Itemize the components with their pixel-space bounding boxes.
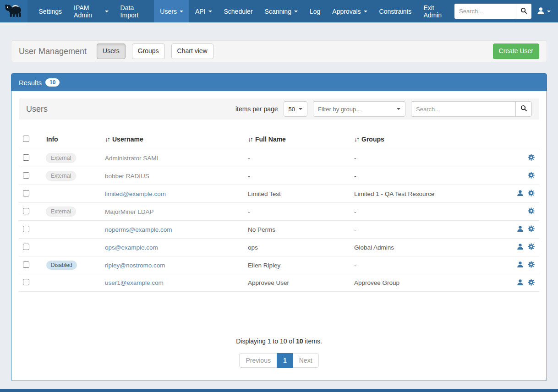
- user-settings-button[interactable]: [528, 154, 535, 162]
- user-settings-button[interactable]: [528, 207, 535, 216]
- username-cell[interactable]: ripley@nostromo.com: [105, 262, 165, 269]
- sort-icon: ↓↑: [354, 136, 359, 143]
- col-header-info: Info: [39, 136, 98, 143]
- nav-item-log[interactable]: Log: [304, 0, 326, 22]
- fullname-cell: ops: [241, 244, 347, 251]
- table-row: user1@example.com Approvee User Approvee…: [19, 274, 539, 292]
- gear-icon: [528, 172, 535, 180]
- person-icon: [517, 261, 524, 269]
- app-logo[interactable]: [0, 0, 27, 22]
- previous-page-button[interactable]: Previous: [239, 353, 277, 368]
- row-checkbox[interactable]: [23, 154, 29, 161]
- navbar-right: [454, 0, 558, 22]
- col-header-groups[interactable]: ↓↑Groups: [347, 136, 501, 143]
- status-badge: External: [46, 171, 76, 180]
- chevron-down-icon: [180, 11, 183, 12]
- fullname-cell: Limited Test: [241, 191, 347, 197]
- fullname-cell: Ellen Ripley: [241, 262, 347, 269]
- nav-item-scanning[interactable]: Scanning: [259, 0, 304, 22]
- select-all-checkbox[interactable]: [23, 136, 29, 142]
- username-cell[interactable]: limited@example.com: [105, 191, 166, 197]
- impersonate-user-button[interactable]: [517, 261, 524, 269]
- nav-item-exit-admin[interactable]: Exit Admin: [417, 0, 454, 22]
- items-per-page-value: 50: [289, 106, 295, 113]
- table-row: limited@example.com Limited Test Limited…: [19, 185, 539, 202]
- gear-icon: [528, 190, 535, 198]
- user-settings-button[interactable]: [528, 279, 535, 287]
- tab-chart-view[interactable]: Chart view: [171, 44, 213, 59]
- row-checkbox[interactable]: [23, 261, 29, 268]
- username-cell[interactable]: noperms@example.com: [105, 226, 172, 233]
- nav-item-constraints[interactable]: Constraints: [373, 0, 418, 22]
- impersonate-user-button[interactable]: [517, 190, 524, 198]
- groups-cell: -: [347, 208, 501, 215]
- tab-users[interactable]: Users: [97, 44, 126, 59]
- tab-groups[interactable]: Groups: [132, 44, 165, 59]
- person-icon: [517, 225, 524, 234]
- nav-item-label: Log: [310, 8, 320, 15]
- nav-item-label: API: [195, 8, 206, 15]
- nav-item-ipam-admin[interactable]: IPAM Admin: [68, 0, 115, 22]
- col-header-fullname[interactable]: ↓↑Full Name: [241, 136, 347, 143]
- page-1-button[interactable]: 1: [277, 353, 293, 368]
- pagination-summary: Displaying 1 to 10 of 10 items.: [11, 338, 547, 345]
- username-cell[interactable]: ops@example.com: [105, 244, 158, 251]
- table-search-group: [411, 101, 532, 117]
- row-checkbox[interactable]: [23, 244, 29, 250]
- table-row: Disabled ripley@nostromo.com Ellen Riple…: [19, 256, 539, 274]
- users-table-body: External Administrator SAML - -: [19, 149, 539, 292]
- table-search-input[interactable]: [411, 101, 515, 117]
- items-per-page-select[interactable]: 50: [284, 101, 307, 117]
- username-cell[interactable]: user1@example.com: [105, 279, 164, 286]
- navbar-search-button[interactable]: [516, 4, 531, 19]
- gear-icon: [528, 261, 535, 269]
- navbar-search-input[interactable]: [454, 4, 516, 19]
- users-table-header: Info ↓↑Username ↓↑Full Name ↓↑Groups: [19, 130, 539, 149]
- navbar-search-group: [454, 4, 531, 19]
- nav-item-approvals[interactable]: Approvals: [326, 0, 373, 22]
- row-checkbox[interactable]: [23, 190, 29, 196]
- top-navbar: Settings IPAM Admin Data Import Users AP…: [0, 0, 558, 22]
- gear-icon: [528, 279, 535, 287]
- status-badge: External: [46, 207, 76, 216]
- row-checkbox[interactable]: [23, 279, 29, 285]
- nav-item-label: Scanning: [265, 8, 291, 15]
- user-settings-button[interactable]: [528, 243, 535, 251]
- impersonate-user-button[interactable]: [517, 225, 524, 234]
- gear-icon: [528, 207, 535, 216]
- impersonate-user-button[interactable]: [517, 243, 524, 251]
- groups-cell: -: [347, 226, 501, 233]
- user-settings-button[interactable]: [528, 261, 535, 269]
- group-filter-placeholder: Filter by group...: [318, 106, 361, 113]
- user-settings-button[interactable]: [528, 225, 535, 234]
- group-filter-select[interactable]: Filter by group...: [313, 101, 405, 117]
- nav-item-scheduler[interactable]: Scheduler: [218, 0, 259, 22]
- nav-item-label: Constraints: [379, 8, 412, 15]
- table-search-button[interactable]: [515, 101, 532, 117]
- chevron-down-icon: [547, 11, 551, 12]
- row-checkbox[interactable]: [23, 226, 29, 232]
- create-user-button[interactable]: Create User: [493, 44, 539, 59]
- username-cell: Administrator SAML: [105, 155, 160, 162]
- user-menu-button[interactable]: [536, 5, 552, 18]
- status-badge: Disabled: [46, 261, 77, 270]
- nav-item-data-import[interactable]: Data Import: [115, 0, 154, 22]
- groups-cell: Approvee Group: [347, 279, 501, 286]
- row-checkbox[interactable]: [23, 172, 29, 179]
- users-toolbar: Users items per page 50 Filter by group.…: [19, 98, 539, 120]
- nav-item-api[interactable]: API: [189, 0, 218, 22]
- username-cell: MajorMiner LDAP: [105, 208, 154, 215]
- page-header: User Management Users Groups Chart view …: [11, 40, 547, 62]
- nav-item-label: Users: [160, 8, 177, 15]
- user-settings-button[interactable]: [528, 190, 535, 198]
- users-table: Info ↓↑Username ↓↑Full Name ↓↑Groups Ext…: [19, 130, 539, 292]
- impersonate-user-button[interactable]: [517, 279, 524, 287]
- gear-icon: [528, 243, 535, 251]
- user-settings-button[interactable]: [528, 172, 535, 180]
- nav-item-settings[interactable]: Settings: [33, 0, 68, 22]
- fullname-cell: -: [241, 208, 347, 215]
- col-header-username[interactable]: ↓↑Username: [98, 136, 241, 143]
- nav-item-users[interactable]: Users: [154, 0, 189, 22]
- next-page-button[interactable]: Next: [293, 353, 319, 368]
- row-checkbox[interactable]: [23, 208, 29, 214]
